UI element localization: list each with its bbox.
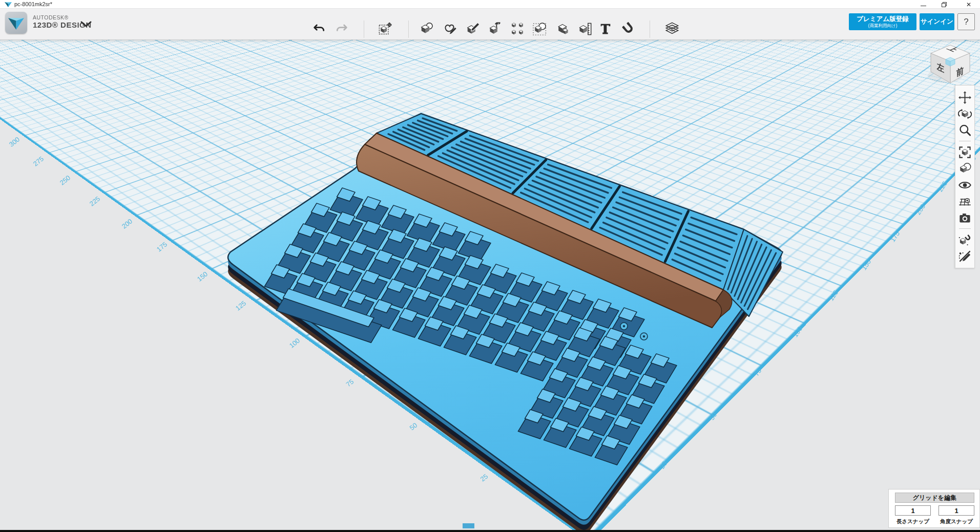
toolbar-separator [650,20,650,38]
restore-icon [942,2,947,7]
transform-tool-button[interactable] [378,22,392,36]
minimize-icon [921,6,926,7]
screenshot-button[interactable] [958,211,972,225]
material-shading-button[interactable] [958,162,972,176]
close-button[interactable]: ✕ [958,0,979,9]
zoom-tool-button[interactable] [958,123,972,137]
angle-snap-input[interactable] [939,505,974,516]
minimize-button[interactable] [913,0,933,9]
snap-to-object-button[interactable] [958,233,972,247]
navigation-toolbar [955,85,975,268]
material-tool-button[interactable] [665,22,679,36]
window-title: pc-8001mk2sr* [14,1,52,7]
sketch-visibility-button[interactable] [958,249,972,263]
undo-button[interactable] [312,22,326,36]
edit-grid-button[interactable]: グリッドを編集 [895,493,974,503]
toolbar-separator [408,20,409,38]
view-cube[interactable]: 上 左 前 [924,42,977,91]
123d-logo-icon [5,12,27,34]
construct-tool-button[interactable] [466,22,480,36]
length-snap-label: 長さスナップ [895,518,931,525]
premium-signup-button[interactable]: プレミアム版登録 (商業利用向け) [849,13,916,30]
model-pc8001mk2sr[interactable] [0,40,980,530]
measure-tool-button[interactable] [578,22,592,36]
sign-in-button[interactable]: サインイン [920,13,954,30]
app-icon [5,2,12,7]
grid-origin-marker [463,523,474,528]
toolbar-separator [959,141,971,141]
grouping-tool-button[interactable] [533,22,547,36]
premium-label: プレミアム版登録 [849,15,916,23]
window-bottom-border [0,530,980,532]
restore-button[interactable] [934,0,954,9]
modify-tool-button[interactable] [488,22,503,36]
pan-tool-button[interactable] [958,91,972,104]
menu-chevron-icon[interactable] [80,20,92,28]
show-hide-button[interactable] [958,178,972,192]
length-snap-input[interactable] [895,505,931,516]
grid-settings-panel: グリッドを編集 長さスナップ 角度スナップ [888,489,980,528]
snap-tool-button[interactable] [621,22,636,36]
title-bar: pc-8001mk2sr* ✕ [0,0,980,9]
text-tool-button[interactable] [598,22,613,36]
main-toolbar: AUTODESK® 123D® DESIGN [0,9,980,40]
viewport-3d[interactable]: 3002752502252001751501251007550252502252… [0,40,980,530]
show-grid-button[interactable] [958,195,972,208]
fit-view-button[interactable] [958,145,972,159]
redo-button[interactable] [335,22,349,36]
app-logo[interactable] [5,12,27,34]
toolbar-separator [959,228,971,229]
premium-sublabel: (商業利用向け) [849,23,916,28]
angle-snap-label: 角度スナップ [939,518,974,525]
combine-tool-button[interactable] [555,22,570,36]
toolbar-separator [364,20,364,38]
pattern-tool-button[interactable] [510,22,525,36]
close-icon: ✕ [966,2,971,8]
sketch-tool-button[interactable] [443,22,457,36]
viewcube-home-corner[interactable] [946,57,955,66]
primitives-tool-button[interactable] [420,22,434,36]
help-button[interactable]: ? [957,13,975,30]
orbit-tool-button[interactable] [958,107,972,121]
